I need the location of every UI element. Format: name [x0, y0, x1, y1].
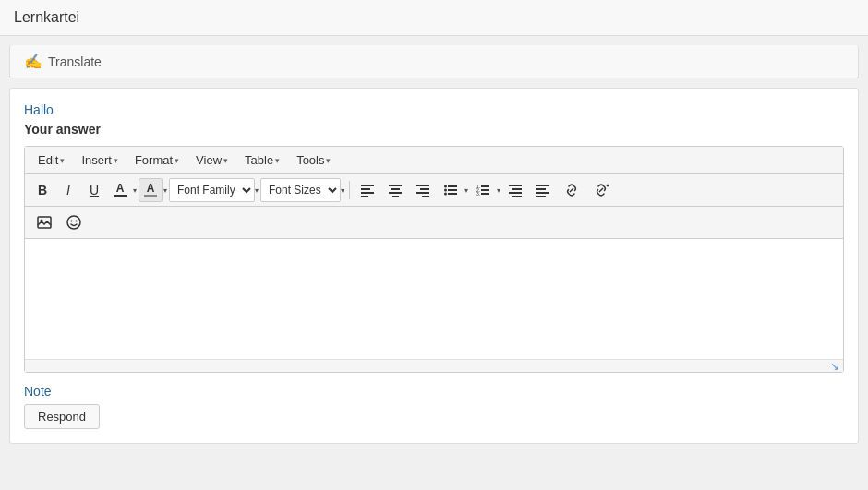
svg-rect-30: [536, 192, 549, 194]
question-text: Hallo: [24, 102, 844, 117]
font-size-chevron-icon: ▾: [341, 186, 344, 195]
unordered-list-icon: [444, 184, 457, 197]
font-family-chevron-icon: ▾: [255, 186, 259, 195]
image-icon: [37, 216, 52, 229]
editor-body[interactable]: [25, 239, 843, 359]
svg-rect-21: [481, 189, 489, 191]
svg-rect-7: [392, 196, 399, 197]
highlight-label: A: [147, 183, 155, 194]
svg-rect-5: [391, 188, 400, 190]
align-right-icon: [416, 184, 429, 197]
note-label: Note: [24, 384, 844, 399]
svg-text:3.: 3.: [476, 191, 480, 197]
emoji-icon: [66, 215, 81, 230]
translate-label: Translate: [48, 54, 102, 69]
svg-rect-25: [512, 188, 522, 190]
svg-rect-10: [416, 192, 429, 194]
svg-rect-24: [509, 185, 522, 186]
svg-rect-29: [536, 188, 546, 190]
highlight-dropdown-icon[interactable]: ▾: [163, 186, 167, 195]
svg-rect-31: [536, 196, 546, 197]
menu-tools[interactable]: Tools ▾: [289, 150, 338, 170]
align-left-button[interactable]: [355, 178, 380, 202]
svg-rect-8: [416, 185, 429, 186]
font-family-select[interactable]: Font Family: [169, 178, 255, 202]
menu-table[interactable]: Table ▾: [237, 150, 287, 170]
svg-rect-4: [389, 185, 402, 186]
view-chevron-icon: ▾: [223, 156, 228, 165]
editor-resize-handle[interactable]: ↘: [25, 359, 843, 372]
decrease-indent-icon: [509, 184, 522, 197]
menu-view[interactable]: View ▾: [188, 150, 235, 170]
translate-icon: ✍: [24, 53, 42, 70]
svg-point-14: [444, 189, 447, 192]
italic-button[interactable]: I: [56, 178, 80, 202]
svg-rect-1: [361, 188, 370, 190]
ordered-list-button[interactable]: 1. 2. 3.: [470, 178, 496, 202]
menu-edit[interactable]: Edit ▾: [30, 150, 72, 170]
insert-link-button[interactable]: [558, 178, 585, 202]
align-center-icon: [389, 184, 402, 197]
align-center-button[interactable]: [382, 178, 408, 202]
font-size-select[interactable]: Font Sizes: [260, 178, 341, 202]
remove-link-button[interactable]: [587, 178, 617, 202]
editor-container: Edit ▾ Insert ▾ Format ▾ View ▾ Table: [24, 146, 844, 373]
main-content: Hallo Your answer Edit ▾ Insert ▾ Format…: [9, 88, 859, 444]
font-color-bar: [114, 195, 127, 197]
svg-rect-3: [361, 196, 368, 197]
font-color-label: A: [116, 183, 125, 194]
svg-rect-19: [481, 185, 489, 187]
svg-point-37: [71, 221, 73, 222]
unordered-list-button[interactable]: [438, 178, 464, 202]
svg-point-12: [444, 185, 447, 188]
svg-rect-28: [536, 185, 549, 186]
ordered-list-group: 1. 2. 3. ▾: [470, 178, 500, 202]
ordered-list-icon: 1. 2. 3.: [476, 184, 489, 197]
tools-chevron-icon: ▾: [326, 156, 331, 165]
unordered-list-dropdown-icon[interactable]: ▾: [464, 186, 468, 195]
resize-icon: ↘: [830, 360, 839, 373]
decrease-indent-button[interactable]: [502, 178, 528, 202]
svg-rect-9: [420, 188, 429, 190]
highlight-group: A ▾: [139, 178, 167, 202]
font-color-button[interactable]: A: [108, 178, 132, 202]
unlink-icon: [594, 184, 610, 197]
app-header: Lernkartei: [0, 0, 868, 36]
insert-emoji-button[interactable]: [60, 210, 88, 234]
app-title: Lernkartei: [14, 9, 79, 25]
svg-rect-17: [448, 193, 457, 195]
svg-rect-0: [361, 185, 374, 186]
svg-rect-26: [509, 192, 522, 194]
translate-bar: ✍ Translate: [9, 45, 859, 78]
menu-format[interactable]: Format ▾: [127, 150, 187, 170]
svg-rect-6: [389, 192, 402, 194]
bold-button[interactable]: B: [30, 178, 54, 202]
increase-indent-button[interactable]: [530, 178, 556, 202]
svg-point-36: [67, 216, 80, 229]
svg-rect-2: [361, 192, 374, 194]
svg-rect-23: [481, 193, 489, 195]
svg-rect-13: [448, 185, 457, 187]
insert-image-button[interactable]: [30, 210, 58, 234]
font-color-group: A ▾: [108, 178, 137, 202]
ordered-list-dropdown-icon[interactable]: ▾: [497, 186, 500, 195]
insert-chevron-icon: ▾: [114, 156, 118, 165]
highlight-bar: [144, 195, 157, 197]
increase-indent-icon: [536, 184, 549, 197]
svg-point-38: [76, 221, 78, 222]
respond-button[interactable]: Respond: [24, 404, 100, 429]
highlight-button[interactable]: A: [139, 178, 163, 202]
editor-menubar: Edit ▾ Insert ▾ Format ▾ View ▾ Table: [25, 147, 843, 174]
svg-rect-27: [512, 196, 522, 197]
unordered-list-group: ▾: [438, 178, 468, 202]
format-chevron-icon: ▾: [175, 156, 179, 165]
align-right-button[interactable]: [410, 178, 436, 202]
underline-button[interactable]: U: [82, 178, 106, 202]
svg-point-16: [444, 193, 447, 196]
table-chevron-icon: ▾: [275, 156, 280, 165]
menu-insert[interactable]: Insert ▾: [74, 150, 126, 170]
edit-chevron-icon: ▾: [60, 156, 65, 165]
font-color-dropdown-icon[interactable]: ▾: [133, 186, 137, 195]
separator-1: [349, 181, 350, 199]
align-left-icon: [361, 184, 374, 197]
